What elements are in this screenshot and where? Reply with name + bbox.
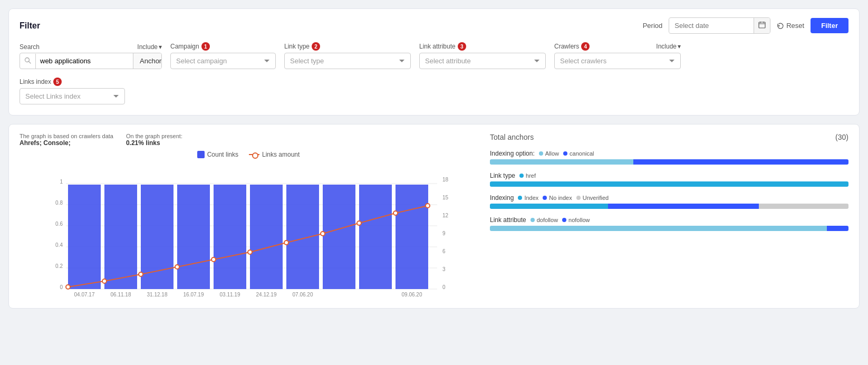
svg-text:16.07.19: 16.07.19 [184,292,204,297]
filter-row-1: Search Include ▾ Anchor [20,42,848,69]
svg-point-40 [248,250,252,254]
legend-bars-label: Count links [207,151,238,158]
search-input[interactable] [36,54,133,68]
stat-legend-2-1: No index [543,195,572,201]
stats-title: Total anchors [490,133,534,141]
svg-text:0.2: 0.2 [55,263,63,269]
svg-text:18: 18 [442,177,449,182]
svg-text:31.12.18: 31.12.18 [147,292,168,297]
legend-line-label: Links amount [262,151,300,158]
stat-bar-3 [490,226,848,231]
crawlers-include-button[interactable]: Include ▾ [656,43,681,50]
include-button[interactable]: Include ▾ [137,43,162,51]
svg-rect-33 [359,185,392,289]
reset-icon [777,22,784,30]
search-label: Search [20,43,40,51]
svg-rect-30 [250,185,283,289]
svg-text:3: 3 [442,266,446,272]
svg-text:09.06.20: 09.06.20 [402,292,422,297]
stat-bar-0 [490,159,848,165]
anchor-select[interactable]: Anchor [133,53,162,69]
campaign-badge: 1 [201,42,210,51]
chart-meta-line2: On the graph present: [126,133,182,139]
chart-right: Total anchors (30) Indexing option:Allow… [490,133,848,300]
svg-text:0.8: 0.8 [55,200,63,206]
stat-row-2: IndexingIndexNo indexUnverified [490,194,848,209]
svg-text:15: 15 [442,195,449,200]
calendar-icon [758,21,766,28]
chart-panel: The graph is based on crawlers data Ahre… [8,124,860,309]
svg-point-44 [393,211,398,215]
stat-legend-0-1: canonical [563,150,594,157]
svg-point-38 [175,265,179,269]
stat-legend-2-2: Unverified [576,195,609,201]
stat-bar-segment-0-0 [490,159,633,165]
svg-point-45 [426,204,430,208]
svg-text:0.6: 0.6 [55,221,63,227]
svg-rect-34 [396,185,428,289]
stat-bar-segment-1-0 [490,181,848,187]
svg-point-36 [102,279,107,283]
svg-point-41 [284,241,288,245]
svg-point-39 [211,257,216,262]
chart-meta-2: On the graph present: 0.21% links [126,133,182,147]
filter-header-right: Period [643,17,848,34]
svg-text:0.4: 0.4 [55,242,63,248]
link-type-select[interactable]: Select type [284,53,411,69]
svg-point-35 [66,285,70,289]
chart-svg: 0 0.2 0.4 0.6 0.8 1 0 3 6 9 12 15 18 [20,162,477,300]
stat-bar-segment-0-1 [633,159,848,165]
svg-rect-28 [177,185,210,289]
chart-meta: The graph is based on crawlers data Ahre… [20,133,477,147]
crawlers-select[interactable]: Select crawlers [554,53,681,69]
stat-legend-2-0: Index [518,195,538,201]
stat-row-label-3: Link attributedofollownofollow [490,216,848,224]
calendar-icon-btn[interactable] [754,18,770,33]
filter-title: Filter [20,21,40,31]
links-index-group: Links index 5 Select Links index [20,78,125,104]
legend-bars: Count links [197,151,238,158]
svg-text:0: 0 [442,284,446,290]
svg-text:06.11.18: 06.11.18 [111,292,131,297]
chart-meta-bold1: Ahrefs; Console; [20,139,113,147]
chart-meta-line1: The graph is based on crawlers data [20,133,113,139]
include-label: Include [137,43,158,51]
chart-left: The graph is based on crawlers data Ahre… [20,133,477,300]
stat-bar-1 [490,181,848,187]
svg-line-5 [29,61,31,63]
stat-row-label-2: IndexingIndexNo indexUnverified [490,194,848,201]
svg-point-37 [139,272,143,276]
stat-legend-1-0: href [519,172,536,179]
stats-count: (30) [835,133,848,141]
svg-text:12: 12 [442,213,449,218]
stat-legend-3-1: nofollow [562,217,590,223]
svg-text:9: 9 [442,230,446,236]
links-index-select[interactable]: Select Links index [20,88,125,104]
stat-bar-segment-2-0 [490,204,608,209]
stats-rows: Indexing option:AllowcanonicalLink typeh… [490,150,848,231]
legend-line: Links amount [249,151,300,158]
period-label: Period [643,22,663,30]
include-chevron: ▾ [159,43,162,51]
filter-header: Filter Period [20,17,848,34]
filter-button[interactable]: Filter [811,18,848,33]
stat-row-1: Link typehref [490,172,848,187]
campaign-select[interactable]: Select campaign [170,53,276,69]
filter-panel: Filter Period [8,8,860,116]
stat-row-3: Link attributedofollownofollow [490,216,848,231]
link-attr-select[interactable]: Select attribute [419,53,546,69]
stat-legend-0-0: Allow [539,150,559,157]
search-label-row: Search Include ▾ [20,43,162,51]
date-input[interactable] [669,18,754,33]
crawlers-label: Crawlers 4 [554,42,590,51]
link-attr-label: Link attribute 3 [419,42,546,51]
reset-button[interactable]: Reset [777,22,804,30]
stat-bar-2 [490,204,848,209]
filter-row-2: Links index 5 Select Links index [20,78,848,104]
link-type-group: Link type 2 Select type [284,42,411,69]
svg-text:6: 6 [442,248,446,254]
link-attr-badge: 3 [458,42,466,51]
svg-rect-29 [214,185,246,289]
legend-line-icon [249,154,259,155]
chart-svg-container: 0 0.2 0.4 0.6 0.8 1 0 3 6 9 12 15 18 [20,162,477,300]
